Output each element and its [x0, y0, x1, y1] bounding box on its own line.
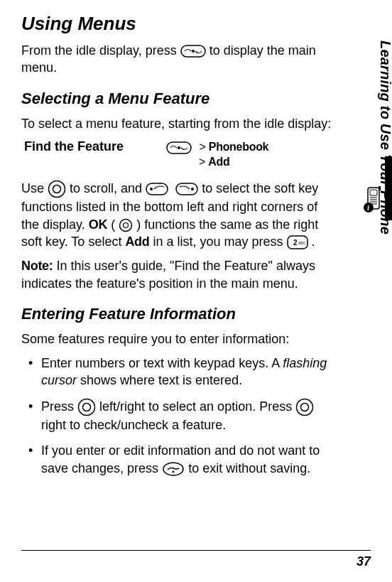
- add-term: Add: [125, 235, 149, 249]
- text: to exit without saving.: [188, 461, 310, 475]
- text: in a list, you may press: [153, 235, 287, 249]
- menu-key-icon: [166, 141, 192, 154]
- bullet-list: Enter numbers or text with keypad keys. …: [21, 355, 335, 477]
- footer-rule: [21, 550, 371, 551]
- note-label: Note:: [21, 259, 53, 273]
- find-the-feature-path: >Phonebook >Add: [166, 139, 268, 170]
- left-soft-key-icon: [146, 183, 168, 195]
- key-2-icon: [287, 235, 308, 249]
- text: shows where text is entered.: [77, 373, 242, 387]
- note-body: In this user's guide, "Find the Feature"…: [21, 259, 315, 290]
- text: From the idle display, press: [21, 43, 180, 58]
- find-the-feature-row: Find the Feature >Phonebook >Add: [21, 139, 335, 170]
- text: Enter numbers or text with keypad keys. …: [41, 356, 283, 370]
- side-label: Learning to Use Your Phone: [377, 41, 392, 235]
- heading-entering-feature-info: Entering Feature Information: [21, 305, 335, 323]
- text: left/right to select an option. Press: [99, 399, 295, 414]
- list-item: If you enter or edit information and do …: [41, 442, 335, 477]
- page-number: 37: [356, 554, 371, 569]
- ok-term: OK: [89, 217, 107, 232]
- heading-selecting-menu-feature: Selecting a Menu Feature: [21, 90, 335, 108]
- text: Press: [41, 399, 77, 414]
- select-intro: To select a menu feature, starting from …: [21, 115, 335, 132]
- text: Use: [21, 181, 48, 195]
- path-phonebook: Phonebook: [209, 141, 268, 153]
- nav-ring-icon: [77, 398, 96, 416]
- list-item: Press left/right to select an option. Pr…: [41, 398, 335, 434]
- path-sep: >: [166, 156, 208, 168]
- center-key-icon: [119, 218, 133, 232]
- page-content: Using Menus From the idle display, press…: [0, 0, 356, 514]
- path-sep: >: [195, 141, 208, 153]
- right-soft-key-icon: [175, 183, 198, 195]
- enter-intro: Some features require you to enter infor…: [21, 330, 335, 347]
- text: right to check/uncheck a feature.: [41, 418, 226, 432]
- find-the-feature-label: Find the Feature: [21, 139, 166, 154]
- text: (: [111, 217, 119, 232]
- text: to scroll, and: [70, 181, 146, 195]
- end-key-icon: [162, 461, 185, 477]
- list-item: Enter numbers or text with keypad keys. …: [41, 355, 335, 389]
- text: .: [312, 235, 315, 249]
- use-paragraph: Use to scroll, and to select the soft ke…: [21, 180, 335, 250]
- heading-using-menus: Using Menus: [21, 13, 335, 35]
- menu-key-icon: [180, 45, 206, 58]
- intro-paragraph: From the idle display, press to display …: [21, 42, 335, 77]
- nav-ring-icon: [48, 180, 66, 198]
- nav-ring-icon: [295, 398, 314, 416]
- note-paragraph: Note: In this user's guide, "Find the Fe…: [21, 257, 335, 292]
- path-add: Add: [208, 156, 229, 168]
